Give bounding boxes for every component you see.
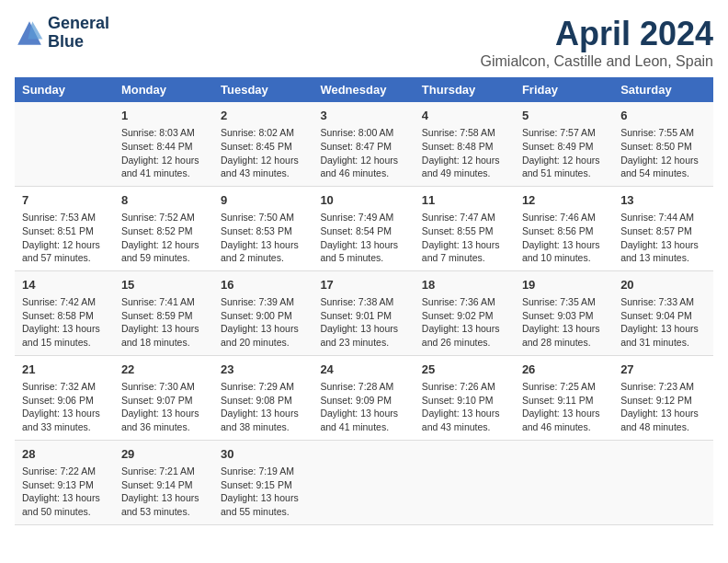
logo-icon [15, 18, 44, 48]
day-info-line: Daylight: 13 hours [522, 238, 606, 252]
subtitle: Gimialcon, Castille and Leon, Spain [481, 53, 713, 70]
day-info-line: and 50 minutes. [22, 505, 107, 519]
day-number: 20 [620, 277, 706, 293]
day-info-line: Sunrise: 7:39 AM [221, 295, 305, 309]
day-number: 9 [221, 192, 305, 209]
day-number: 28 [22, 446, 107, 463]
day-info-line: and 49 minutes. [422, 167, 507, 180]
calendar-cell: 12Sunrise: 7:46 AMSunset: 8:56 PMDayligh… [515, 186, 613, 270]
day-info-line: Daylight: 13 hours [121, 407, 206, 420]
day-info-line: Sunrise: 7:57 AM [522, 126, 606, 140]
calendar-cell: 4Sunrise: 7:58 AMSunset: 8:48 PMDaylight… [415, 102, 515, 186]
day-info-line: and 43 minutes. [221, 167, 305, 180]
day-info-line: Daylight: 13 hours [620, 407, 706, 420]
day-info-line: and 41 minutes. [320, 420, 406, 434]
day-info-line: Sunset: 8:59 PM [121, 309, 206, 323]
logo: General Blue [15, 15, 109, 52]
day-number: 14 [22, 277, 107, 293]
calendar-cell: 17Sunrise: 7:38 AMSunset: 9:01 PMDayligh… [313, 270, 414, 355]
day-info-line: and 20 minutes. [221, 336, 305, 350]
day-info-line: Sunrise: 7:22 AM [22, 465, 107, 478]
calendar-cell: 30Sunrise: 7:19 AMSunset: 9:15 PMDayligh… [213, 440, 313, 524]
calendar-cell: 29Sunrise: 7:21 AMSunset: 9:14 PMDayligh… [114, 440, 213, 524]
day-info-line: Sunset: 9:11 PM [522, 394, 606, 408]
calendar-cell: 23Sunrise: 7:29 AMSunset: 9:08 PMDayligh… [213, 355, 313, 440]
day-info-line: Daylight: 13 hours [221, 491, 305, 505]
day-info-line: Daylight: 12 hours [22, 238, 107, 252]
day-info-line: Sunrise: 7:26 AM [422, 380, 507, 394]
day-info-line: Sunrise: 7:33 AM [620, 295, 706, 309]
calendar-cell: 27Sunrise: 7:23 AMSunset: 9:12 PMDayligh… [613, 355, 713, 440]
calendar-cell [415, 440, 515, 524]
day-info-line: Daylight: 12 hours [620, 154, 706, 167]
day-info-line: Daylight: 13 hours [221, 322, 305, 336]
day-number: 8 [121, 192, 206, 209]
calendar-cell: 19Sunrise: 7:35 AMSunset: 9:03 PMDayligh… [515, 270, 613, 355]
calendar-cell: 15Sunrise: 7:41 AMSunset: 8:59 PMDayligh… [114, 270, 213, 355]
calendar-cell: 26Sunrise: 7:25 AMSunset: 9:11 PMDayligh… [515, 355, 613, 440]
day-info-line: Sunrise: 7:21 AM [121, 465, 206, 478]
day-info-line: Sunrise: 7:52 AM [121, 211, 206, 224]
day-info-line: Sunset: 8:56 PM [522, 224, 606, 238]
day-info-line: Sunrise: 7:36 AM [422, 295, 507, 309]
day-info-line: Sunset: 9:14 PM [121, 478, 206, 492]
calendar-cell: 14Sunrise: 7:42 AMSunset: 8:58 PMDayligh… [15, 270, 114, 355]
calendar-cell: 7Sunrise: 7:53 AMSunset: 8:51 PMDaylight… [15, 186, 114, 270]
day-info-line: Sunset: 9:12 PM [620, 394, 706, 408]
day-number: 15 [121, 277, 206, 293]
day-info-line: Daylight: 12 hours [320, 154, 406, 167]
day-info-line: and 7 minutes. [422, 251, 507, 265]
day-info-line: Daylight: 13 hours [422, 407, 507, 420]
calendar-table: SundayMondayTuesdayWednesdayThursdayFrid… [15, 77, 713, 525]
day-info-line: Sunrise: 7:19 AM [221, 465, 305, 478]
calendar-cell [313, 440, 414, 524]
day-info-line: Daylight: 13 hours [22, 322, 107, 336]
calendar-header-row: SundayMondayTuesdayWednesdayThursdayFrid… [15, 77, 713, 102]
day-info-line: Sunrise: 8:03 AM [121, 126, 206, 140]
day-number: 7 [22, 192, 107, 209]
calendar-cell: 9Sunrise: 7:50 AMSunset: 8:53 PMDaylight… [213, 186, 313, 270]
day-info-line: and 28 minutes. [522, 336, 606, 350]
day-info-line: and 18 minutes. [121, 336, 206, 350]
day-info-line: and 5 minutes. [320, 251, 406, 265]
calendar-cell: 21Sunrise: 7:32 AMSunset: 9:06 PMDayligh… [15, 355, 114, 440]
calendar-cell: 8Sunrise: 7:52 AMSunset: 8:52 PMDaylight… [114, 186, 213, 270]
day-info-line: Daylight: 13 hours [522, 322, 606, 336]
day-number: 22 [121, 362, 206, 378]
logo-text: General Blue [48, 15, 109, 52]
day-info-line: Sunrise: 7:53 AM [22, 211, 107, 224]
main-title: April 2024 [481, 15, 713, 53]
day-info-line: Sunrise: 7:41 AM [121, 295, 206, 309]
day-number: 27 [620, 362, 706, 378]
day-info-line: Daylight: 12 hours [221, 154, 305, 167]
calendar-week-row: 1Sunrise: 8:03 AMSunset: 8:44 PMDaylight… [15, 102, 713, 186]
day-info-line: Daylight: 13 hours [221, 407, 305, 420]
calendar-cell: 18Sunrise: 7:36 AMSunset: 9:02 PMDayligh… [415, 270, 515, 355]
day-number: 6 [620, 108, 706, 124]
day-info-line: Sunset: 9:06 PM [22, 394, 107, 408]
day-number: 2 [221, 108, 305, 124]
day-info-line: Sunset: 8:48 PM [422, 140, 507, 154]
day-info-line: Sunset: 8:50 PM [620, 140, 706, 154]
day-number: 1 [121, 108, 206, 124]
header-cell-sunday: Sunday [15, 77, 114, 102]
day-info-line: Daylight: 13 hours [320, 238, 406, 252]
day-info-line: and 2 minutes. [221, 251, 305, 265]
calendar-week-row: 7Sunrise: 7:53 AMSunset: 8:51 PMDaylight… [15, 186, 713, 270]
day-info-line: Sunset: 9:03 PM [522, 309, 606, 323]
calendar-cell [15, 102, 114, 186]
calendar-cell: 5Sunrise: 7:57 AMSunset: 8:49 PMDaylight… [515, 102, 613, 186]
calendar-cell: 24Sunrise: 7:28 AMSunset: 9:09 PMDayligh… [313, 355, 414, 440]
calendar-cell: 11Sunrise: 7:47 AMSunset: 8:55 PMDayligh… [415, 186, 515, 270]
day-info-line: Sunset: 8:45 PM [221, 140, 305, 154]
day-info-line: Sunset: 8:58 PM [22, 309, 107, 323]
day-info-line: Sunset: 9:02 PM [422, 309, 507, 323]
day-info-line: Daylight: 12 hours [121, 154, 206, 167]
calendar-cell: 10Sunrise: 7:49 AMSunset: 8:54 PMDayligh… [313, 186, 414, 270]
day-info-line: Sunrise: 7:29 AM [221, 380, 305, 394]
day-info-line: and 31 minutes. [620, 336, 706, 350]
header-cell-saturday: Saturday [613, 77, 713, 102]
day-info-line: Sunset: 8:51 PM [22, 224, 107, 238]
header-cell-monday: Monday [114, 77, 213, 102]
day-info-line: and 10 minutes. [522, 251, 606, 265]
